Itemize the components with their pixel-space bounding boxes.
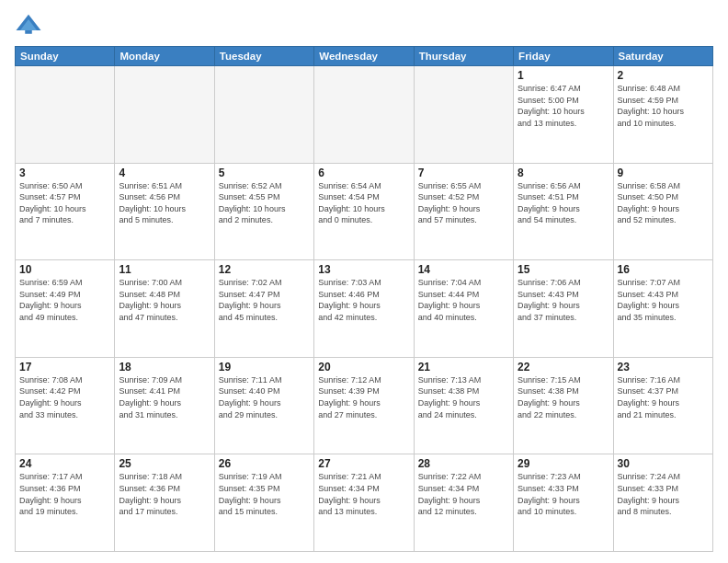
day-number: 19 [219, 361, 310, 373]
day-detail: Sunrise: 7:17 AM Sunset: 4:36 PM Dayligh… [19, 471, 110, 517]
day-detail: Sunrise: 6:52 AM Sunset: 4:55 PM Dayligh… [219, 180, 310, 226]
day-number: 8 [518, 167, 609, 179]
day-number: 5 [219, 167, 310, 179]
day-detail: Sunrise: 6:59 AM Sunset: 4:49 PM Dayligh… [19, 277, 110, 323]
day-header-monday: Monday [115, 47, 214, 66]
day-header-friday: Friday [514, 47, 613, 66]
calendar-cell: 15Sunrise: 7:06 AM Sunset: 4:43 PM Dayli… [514, 260, 613, 358]
calendar-cell: 24Sunrise: 7:17 AM Sunset: 4:36 PM Dayli… [16, 454, 115, 552]
calendar-cell [115, 66, 214, 164]
day-detail: Sunrise: 7:19 AM Sunset: 4:35 PM Dayligh… [219, 471, 310, 517]
day-headers-row: SundayMondayTuesdayWednesdayThursdayFrid… [16, 47, 713, 66]
calendar-cell: 13Sunrise: 7:03 AM Sunset: 4:46 PM Dayli… [314, 260, 414, 358]
svg-rect-2 [25, 30, 32, 34]
day-detail: Sunrise: 7:22 AM Sunset: 4:34 PM Dayligh… [418, 471, 509, 517]
day-number: 14 [418, 263, 509, 276]
calendar-cell [414, 66, 513, 164]
week-row-3: 10Sunrise: 6:59 AM Sunset: 4:49 PM Dayli… [16, 260, 713, 358]
calendar-cell: 5Sunrise: 6:52 AM Sunset: 4:55 PM Daylig… [214, 163, 313, 260]
calendar-cell: 20Sunrise: 7:12 AM Sunset: 4:39 PM Dayli… [314, 357, 414, 454]
day-detail: Sunrise: 7:06 AM Sunset: 4:43 PM Dayligh… [518, 277, 609, 323]
day-number: 28 [418, 457, 509, 470]
day-header-tuesday: Tuesday [214, 47, 313, 66]
calendar-cell [16, 66, 115, 164]
calendar-cell: 9Sunrise: 6:58 AM Sunset: 4:50 PM Daylig… [613, 163, 712, 260]
day-detail: Sunrise: 7:11 AM Sunset: 4:40 PM Dayligh… [219, 374, 310, 420]
day-number: 23 [618, 361, 709, 373]
week-row-1: 1Sunrise: 6:47 AM Sunset: 5:00 PM Daylig… [16, 66, 713, 164]
day-number: 27 [318, 457, 409, 470]
day-number: 2 [618, 69, 709, 82]
day-detail: Sunrise: 7:18 AM Sunset: 4:36 PM Dayligh… [119, 471, 210, 517]
day-header-thursday: Thursday [414, 47, 513, 66]
week-row-4: 17Sunrise: 7:08 AM Sunset: 4:42 PM Dayli… [16, 357, 713, 454]
day-detail: Sunrise: 7:09 AM Sunset: 4:41 PM Dayligh… [119, 374, 210, 420]
logo-icon [15, 11, 42, 39]
day-detail: Sunrise: 7:24 AM Sunset: 4:33 PM Dayligh… [618, 471, 709, 517]
calendar-cell: 16Sunrise: 7:07 AM Sunset: 4:43 PM Dayli… [613, 260, 712, 358]
day-detail: Sunrise: 6:54 AM Sunset: 4:54 PM Dayligh… [318, 180, 409, 226]
week-row-5: 24Sunrise: 7:17 AM Sunset: 4:36 PM Dayli… [16, 454, 713, 552]
calendar-cell: 19Sunrise: 7:11 AM Sunset: 4:40 PM Dayli… [214, 357, 313, 454]
day-detail: Sunrise: 7:16 AM Sunset: 4:37 PM Dayligh… [618, 374, 709, 420]
calendar-cell: 26Sunrise: 7:19 AM Sunset: 4:35 PM Dayli… [214, 454, 313, 552]
calendar-cell: 11Sunrise: 7:00 AM Sunset: 4:48 PM Dayli… [115, 260, 214, 358]
calendar-cell: 25Sunrise: 7:18 AM Sunset: 4:36 PM Dayli… [115, 454, 214, 552]
day-detail: Sunrise: 7:21 AM Sunset: 4:34 PM Dayligh… [318, 471, 409, 517]
logo [15, 11, 46, 39]
day-header-saturday: Saturday [613, 47, 712, 66]
day-detail: Sunrise: 6:50 AM Sunset: 4:57 PM Dayligh… [19, 180, 110, 226]
day-number: 26 [219, 457, 310, 470]
day-number: 13 [318, 263, 409, 276]
day-header-wednesday: Wednesday [314, 47, 414, 66]
calendar-cell: 1Sunrise: 6:47 AM Sunset: 5:00 PM Daylig… [514, 66, 613, 164]
day-detail: Sunrise: 6:56 AM Sunset: 4:51 PM Dayligh… [518, 180, 609, 226]
day-number: 12 [219, 263, 310, 276]
day-detail: Sunrise: 6:55 AM Sunset: 4:52 PM Dayligh… [418, 180, 509, 226]
day-number: 3 [19, 167, 110, 179]
day-number: 18 [119, 361, 210, 373]
calendar-cell: 4Sunrise: 6:51 AM Sunset: 4:56 PM Daylig… [115, 163, 214, 260]
day-number: 22 [518, 361, 609, 373]
calendar-cell: 30Sunrise: 7:24 AM Sunset: 4:33 PM Dayli… [613, 454, 712, 552]
calendar-body: 1Sunrise: 6:47 AM Sunset: 5:00 PM Daylig… [16, 66, 713, 552]
day-number: 24 [19, 457, 110, 470]
calendar-cell: 10Sunrise: 6:59 AM Sunset: 4:49 PM Dayli… [16, 260, 115, 358]
day-number: 11 [119, 263, 210, 276]
calendar-cell: 17Sunrise: 7:08 AM Sunset: 4:42 PM Dayli… [16, 357, 115, 454]
day-detail: Sunrise: 7:12 AM Sunset: 4:39 PM Dayligh… [318, 374, 409, 420]
day-detail: Sunrise: 7:00 AM Sunset: 4:48 PM Dayligh… [119, 277, 210, 323]
day-detail: Sunrise: 7:03 AM Sunset: 4:46 PM Dayligh… [318, 277, 409, 323]
calendar-cell: 29Sunrise: 7:23 AM Sunset: 4:33 PM Dayli… [514, 454, 613, 552]
day-detail: Sunrise: 7:07 AM Sunset: 4:43 PM Dayligh… [618, 277, 709, 323]
day-detail: Sunrise: 7:02 AM Sunset: 4:47 PM Dayligh… [219, 277, 310, 323]
header [15, 11, 713, 39]
calendar-cell: 28Sunrise: 7:22 AM Sunset: 4:34 PM Dayli… [414, 454, 513, 552]
day-number: 17 [19, 361, 110, 373]
day-detail: Sunrise: 7:08 AM Sunset: 4:42 PM Dayligh… [19, 374, 110, 420]
day-number: 15 [518, 263, 609, 276]
day-number: 7 [418, 167, 509, 179]
calendar-cell [214, 66, 313, 164]
day-number: 9 [618, 167, 709, 179]
day-detail: Sunrise: 6:58 AM Sunset: 4:50 PM Dayligh… [618, 180, 709, 226]
day-number: 1 [518, 69, 609, 82]
day-number: 25 [119, 457, 210, 470]
week-row-2: 3Sunrise: 6:50 AM Sunset: 4:57 PM Daylig… [16, 163, 713, 260]
day-detail: Sunrise: 6:48 AM Sunset: 4:59 PM Dayligh… [618, 83, 709, 129]
calendar-cell: 22Sunrise: 7:15 AM Sunset: 4:38 PM Dayli… [514, 357, 613, 454]
calendar-cell [314, 66, 414, 164]
calendar-table: SundayMondayTuesdayWednesdayThursdayFrid… [15, 46, 713, 552]
calendar-cell: 3Sunrise: 6:50 AM Sunset: 4:57 PM Daylig… [16, 163, 115, 260]
page: SundayMondayTuesdayWednesdayThursdayFrid… [0, 0, 728, 563]
calendar-cell: 12Sunrise: 7:02 AM Sunset: 4:47 PM Dayli… [214, 260, 313, 358]
day-detail: Sunrise: 6:47 AM Sunset: 5:00 PM Dayligh… [518, 83, 609, 129]
day-number: 4 [119, 167, 210, 179]
day-detail: Sunrise: 7:23 AM Sunset: 4:33 PM Dayligh… [518, 471, 609, 517]
calendar-cell: 18Sunrise: 7:09 AM Sunset: 4:41 PM Dayli… [115, 357, 214, 454]
day-header-sunday: Sunday [16, 47, 115, 66]
calendar-cell: 27Sunrise: 7:21 AM Sunset: 4:34 PM Dayli… [314, 454, 414, 552]
day-number: 10 [19, 263, 110, 276]
calendar-cell: 23Sunrise: 7:16 AM Sunset: 4:37 PM Dayli… [613, 357, 712, 454]
day-detail: Sunrise: 7:13 AM Sunset: 4:38 PM Dayligh… [418, 374, 509, 420]
